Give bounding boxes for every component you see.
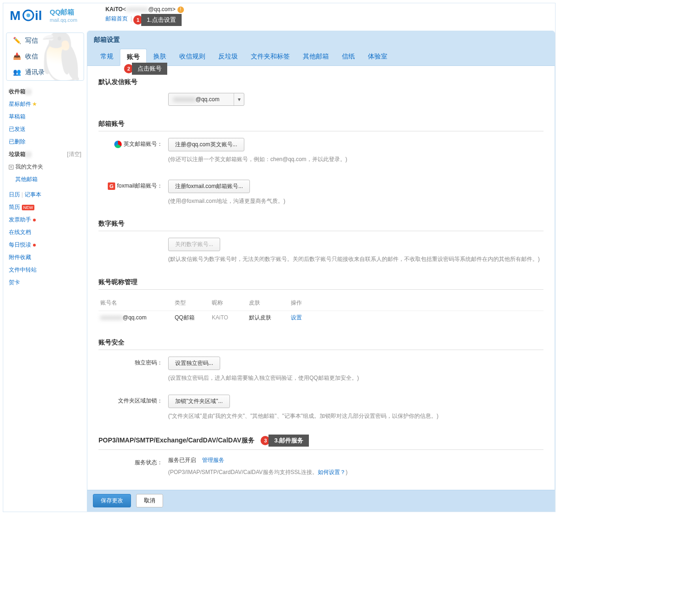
foxmail-icon: G xyxy=(108,182,115,190)
service-hint: (POP3/IMAP/SMTP/CardDAV/CalDAV服务均支持SSL连接… xyxy=(168,468,543,477)
qq-icon xyxy=(114,141,122,148)
receive-icon: 📥 xyxy=(13,52,21,61)
tab-general[interactable]: 常规 xyxy=(94,49,120,65)
folder-draft[interactable]: 草稿箱 xyxy=(6,110,84,123)
compose-icon: ✏️ xyxy=(13,37,21,45)
annotation-tip-1: 1.点击设置 xyxy=(141,14,182,26)
logo-domain: mail.qq.com xyxy=(50,17,77,23)
dropdown-icon: ▾ xyxy=(234,93,244,105)
tool-filestation[interactable]: 文件中转站 xyxy=(6,264,84,276)
how-to-setup-link[interactable]: 如何设置？ xyxy=(318,469,346,475)
tab-stationery[interactable]: 信纸 xyxy=(335,49,361,65)
service-status-value: 服务已开启 xyxy=(168,457,196,463)
tool-greet[interactable]: 贺卡 xyxy=(6,276,84,289)
plus-icon: + xyxy=(9,165,13,169)
new-badge: NEW xyxy=(22,205,34,210)
section-services: POP3/IMAP/SMTP/Exchange/CardDAV/CalDAV服务… xyxy=(98,435,543,450)
receive-button[interactable]: 📥收信 xyxy=(7,49,84,65)
account-display: KAiTO<xxxxxxxx@qq.com>! xyxy=(105,6,555,13)
tool-resume[interactable]: 简历NEW xyxy=(6,201,84,214)
folder-deleted[interactable]: 已删除 xyxy=(6,136,84,148)
tool-cal-note[interactable]: 日历 | 记事本 xyxy=(6,188,84,201)
tab-labs[interactable]: 体验室 xyxy=(361,49,394,65)
set-indep-password-button[interactable]: 设置独立密码... xyxy=(168,357,220,370)
section-nickname: 账号昵称管理 xyxy=(98,278,543,290)
annotation-tip-3: 3.邮件服务 xyxy=(268,435,309,447)
page-title: 邮箱设置 xyxy=(94,36,548,49)
nav-home[interactable]: 邮箱首页 xyxy=(105,15,128,22)
register-foxmail-account-button[interactable]: 注册foxmail.com邮箱账号... xyxy=(168,180,250,193)
english-account-hint: (你还可以注册一个英文邮箱账号，例如：chen@qq.com，并以此登录。) xyxy=(168,155,543,164)
star-icon: ★ xyxy=(32,101,37,107)
tool-doc[interactable]: 在线文档 xyxy=(6,226,84,239)
myfolders-group[interactable]: +我的文件夹 xyxy=(6,161,84,173)
tool-invoice[interactable]: 发票助手 xyxy=(6,214,84,226)
tab-folders-tags[interactable]: 文件夹和标签 xyxy=(244,49,296,65)
tab-antispam[interactable]: 反垃圾 xyxy=(212,49,244,65)
logo[interactable]: M il QQ邮箱 mail.qq.com xyxy=(8,6,101,28)
section-digit-account: 数字账号 xyxy=(98,220,543,231)
folder-starred[interactable]: 星标邮件★ xyxy=(6,98,84,110)
register-english-account-button[interactable]: 注册@qq.com英文账号... xyxy=(168,138,244,151)
nickname-table: 账号名 类型 昵称 皮肤 操作 xxxxxxxx@qq.com QQ邮箱 KAi… xyxy=(98,296,543,325)
table-row: xxxxxxxx@qq.com QQ邮箱 KAiTO 默认皮肤 设置 xyxy=(98,311,543,325)
tool-dailyread[interactable]: 每日悦读 xyxy=(6,239,84,251)
manage-service-link[interactable]: 管理服务 xyxy=(202,457,224,463)
tab-other-mail[interactable]: 其他邮箱 xyxy=(296,49,335,65)
close-digit-account-button: 关闭数字账号... xyxy=(168,238,220,251)
nickname-edit-link[interactable]: 设置 xyxy=(291,314,302,321)
default-account-select[interactable]: xxxxxxxx@qq.com ▾ xyxy=(168,93,244,106)
tool-attachfav[interactable]: 附件收藏 xyxy=(6,251,84,264)
folder-inbox[interactable]: 收件箱( ) xyxy=(6,85,84,98)
section-security: 账号安全 xyxy=(98,338,543,350)
folder-other-mail[interactable]: 其他邮箱 xyxy=(6,173,84,186)
section-mail-accounts: 邮箱账号 xyxy=(98,120,543,131)
spam-clear[interactable]: [清空] xyxy=(67,150,81,158)
annotation-tip-2: 点击账号 xyxy=(132,63,167,75)
lock-folder-zone-button[interactable]: 加锁"文件夹区域"... xyxy=(168,395,230,408)
lock-folder-hint: ("文件夹区域"是由"我的文件夹"、"其他邮箱"、"记事本"组成。加锁即对这几部… xyxy=(168,412,543,421)
contacts-button[interactable]: 👥通讯录 xyxy=(7,65,84,80)
svg-text:M: M xyxy=(10,8,20,23)
logo-brand: QQ邮箱 xyxy=(50,8,74,16)
cancel-button[interactable]: 取消 xyxy=(136,494,163,507)
svg-text:il: il xyxy=(35,8,42,23)
folder-spam[interactable]: 垃圾箱( )[清空] xyxy=(6,148,84,161)
warn-icon: ! xyxy=(177,6,184,13)
digit-account-hint: (默认发信账号为数字账号时，无法关闭数字账号。关闭后数字账号只能接收来自联系人的… xyxy=(168,255,543,264)
foxmail-account-hint: (使用@foxmail.com地址，沟通更显商务气质。) xyxy=(168,197,543,206)
save-button[interactable]: 保存更改 xyxy=(93,494,131,507)
reddot-icon xyxy=(33,244,36,247)
section-default-account: 默认发信账号 xyxy=(98,78,543,89)
folder-sent[interactable]: 已发送 xyxy=(6,123,84,136)
tab-rules[interactable]: 收信规则 xyxy=(173,49,212,65)
contacts-icon: 👥 xyxy=(13,68,21,77)
indep-password-hint: (设置独立密码后，进入邮箱需要输入独立密码验证，使用QQ邮箱更加安全。) xyxy=(168,374,543,383)
compose-button[interactable]: ✏️写信 xyxy=(7,33,84,49)
svg-point-2 xyxy=(26,13,30,17)
reddot-icon xyxy=(33,219,36,221)
